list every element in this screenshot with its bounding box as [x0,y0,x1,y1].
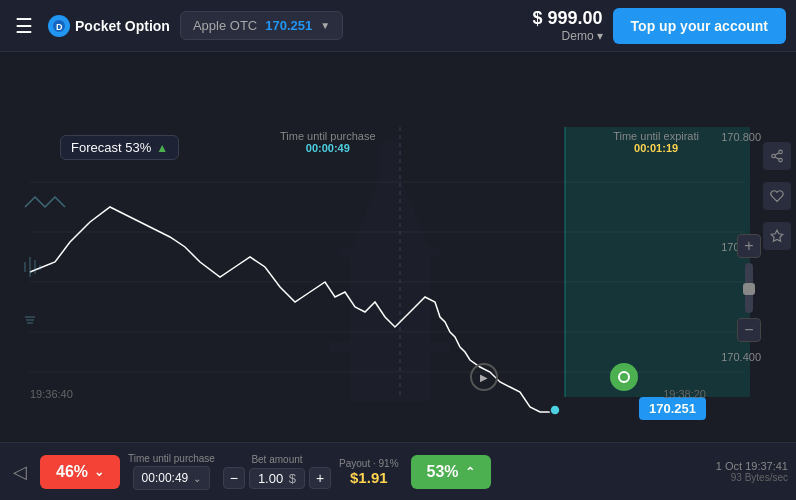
svg-rect-3 [350,252,430,402]
zoom-out-button[interactable]: − [737,318,761,342]
bottom-bar: ◁ 46% ⌄ Time until purchase 00:00:49 ⌄ B… [0,442,796,500]
time-input[interactable]: 00:00:49 ⌄ [133,466,211,490]
svg-line-30 [775,153,779,155]
star-icon[interactable] [763,222,791,250]
forecast-arrow-icon: ▲ [156,141,168,155]
bottom-time-label: Time until purchase [128,453,215,464]
svg-point-27 [772,154,776,158]
indicator-circle[interactable] [610,363,638,391]
asset-price: 170.251 [265,18,312,33]
sell-chevron-icon: ⌄ [94,465,104,479]
datetime-display: 1 Oct 19:37:41 [716,460,788,472]
sell-percent: 46% [56,463,88,481]
svg-point-26 [779,150,783,154]
svg-line-29 [775,157,779,159]
buy-button[interactable]: 53% ⌃ [411,455,491,489]
price-level-1: 170.800 [706,131,761,143]
menu-icon[interactable]: ☰ [10,9,38,43]
time-expiry-value: 00:01:19 [613,142,699,154]
heart-icon[interactable] [763,182,791,210]
share-icon[interactable] [763,142,791,170]
balance-chevron-icon: ▾ [597,29,603,43]
chart-container: Time until purchase 00:00:49 Time until … [0,52,796,442]
payout-label: Payout · 91% [339,458,398,469]
indicator-inner [618,371,630,383]
zoom-slider[interactable] [745,263,753,313]
logo: D Pocket Option [48,15,170,37]
time-until-purchase-section: Time until purchase 00:00:49 [280,130,376,154]
svg-point-28 [779,158,783,162]
datetime-section: 1 Oct 19:37:41 93 Bytes/sec [716,460,788,483]
logo-icon: D [48,15,70,37]
play-button[interactable]: ▶ [470,363,498,391]
time-value: 00:00:49 [142,471,189,485]
zoom-in-button[interactable]: + [737,234,761,258]
svg-marker-31 [771,230,783,241]
asset-name: Apple OTC [193,18,257,33]
buy-chevron-icon: ⌃ [465,465,475,479]
time-label-2: 19:38:20 [663,388,706,400]
bet-plus-button[interactable]: + [309,467,331,489]
header: ☰ D Pocket Option Apple OTC 170.251 ▼ $ … [0,0,796,52]
bet-value-display: 1.00 $ [249,468,305,489]
buy-percent: 53% [427,463,459,481]
zoom-control: + − [737,234,761,342]
bet-section: Bet amount − 1.00 $ + [223,454,331,489]
time-chevron-icon: ⌄ [193,473,201,484]
forecast-badge: Forecast 53% ▲ [60,135,179,160]
svg-point-18 [550,405,560,415]
balance-mode[interactable]: Demo ▾ [533,29,603,43]
bet-minus-button[interactable]: − [223,467,245,489]
bytes-display: 93 Bytes/sec [716,472,788,483]
bet-input-row: − 1.00 $ + [223,467,331,489]
logo-text: Pocket Option [75,18,170,34]
balance-amount: $ 999.00 [533,8,603,29]
bottom-time-purchase: Time until purchase 00:00:49 ⌄ [128,453,215,490]
time-axis: 19:36:40 19:38:20 [30,388,706,400]
forecast-label: Forecast 53% [71,140,151,155]
time-expiry-label: Time until expirati [613,130,699,142]
svg-rect-7 [380,142,400,262]
right-sidebar [763,142,791,250]
current-price-tag: 170.251 [639,397,706,420]
time-purchase-value: 00:00:49 [280,142,376,154]
time-label-1: 19:36:40 [30,388,73,400]
time-purchase-label: Time until purchase [280,130,376,142]
zoom-handle[interactable] [743,283,755,295]
payout-value: $1.91 [350,469,388,486]
price-level-3: 170.400 [706,351,761,363]
topup-button[interactable]: Top up your account [613,8,786,44]
asset-selector[interactable]: Apple OTC 170.251 ▼ [180,11,343,40]
back-button[interactable]: ◁ [8,461,32,483]
time-until-expiry-section: Time until expirati 00:01:19 [613,130,699,154]
price-chart [0,52,796,442]
asset-chevron-icon: ▼ [320,20,330,31]
sell-button[interactable]: 46% ⌄ [40,455,120,489]
payout-section: Payout · 91% $1.91 [339,458,398,486]
balance-section: $ 999.00 Demo ▾ [533,8,603,43]
svg-text:D: D [56,22,63,32]
svg-rect-9 [330,342,450,352]
bet-label: Bet amount [251,454,302,465]
